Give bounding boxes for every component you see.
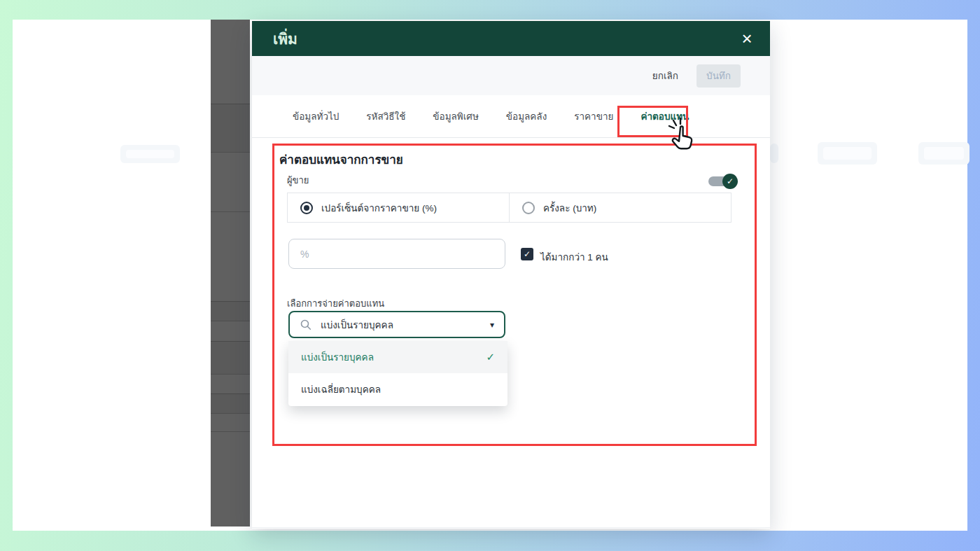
modal-header: เพิ่ม × [252,21,770,56]
tab-usage-code[interactable]: รหัสวิธีใช้ [366,109,405,124]
sidebar-segment [211,393,250,413]
click-cursor-icon [664,116,701,154]
skeleton-pill [818,142,877,165]
tab-stock-info[interactable]: ข้อมูลคลัง [506,109,547,124]
modal-bottom-divider [252,527,770,528]
annotation-rect-content [272,144,757,446]
tab-sale-price[interactable]: ราคาขาย [574,109,613,124]
sidebar-segment [211,104,250,152]
close-icon[interactable]: × [736,28,757,49]
sidebar-segment [211,301,250,321]
modal-action-bar: ยกเลิก บันทึก [252,56,770,95]
skeleton-pill [770,144,778,163]
cancel-button[interactable]: ยกเลิก [652,68,678,83]
skeleton-pill [918,142,969,165]
save-button[interactable]: บันทึก [696,64,741,88]
screen: เพิ่ม × ยกเลิก บันทึก ข้อมูลทั่วไป รหัสว… [0,0,980,551]
skeleton-pill [120,145,180,163]
sidebar-segment [211,341,250,374]
tab-special-info[interactable]: ข้อมูลพิเศษ [433,109,479,124]
tab-general-info[interactable]: ข้อมูลทั่วไป [293,109,339,124]
modal-title: เพิ่ม [252,27,298,50]
dimmed-sidebar [211,20,250,526]
